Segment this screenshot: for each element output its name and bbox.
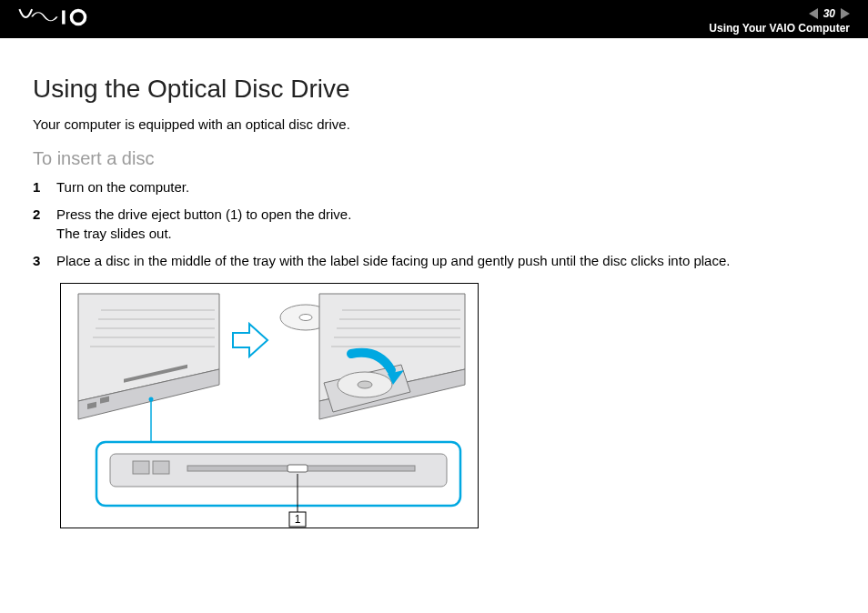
next-page-icon[interactable] bbox=[841, 8, 850, 19]
svg-rect-0 bbox=[62, 10, 65, 24]
subheading: To insert a disc bbox=[33, 148, 835, 169]
prev-page-icon[interactable] bbox=[809, 8, 818, 19]
callout-number: 1 bbox=[295, 513, 301, 526]
page-number: 30 bbox=[823, 7, 835, 20]
svg-rect-30 bbox=[133, 461, 149, 474]
step-number: 2 bbox=[33, 206, 56, 224]
intro-text: Your computer is equipped with an optica… bbox=[33, 116, 835, 132]
side-view-detail-icon bbox=[96, 442, 460, 506]
step-text: Turn on the computer. bbox=[56, 178, 835, 196]
steps-list: 1 Turn on the computer. 2 Press the driv… bbox=[33, 178, 835, 270]
section-title: Using Your VAIO Computer bbox=[709, 22, 850, 35]
svg-point-27 bbox=[149, 397, 154, 402]
step-item: 1 Turn on the computer. bbox=[33, 178, 835, 196]
step-number: 1 bbox=[33, 178, 56, 196]
step-item: 3 Place a disc in the middle of the tray… bbox=[33, 252, 835, 270]
step-number: 3 bbox=[33, 252, 56, 270]
instruction-figure: 1 bbox=[60, 283, 835, 532]
header-bar: 30 Using Your VAIO Computer bbox=[0, 0, 868, 38]
page-content: Using the Optical Disc Drive Your comput… bbox=[0, 38, 868, 550]
step-item: 2 Press the drive eject button (1) to op… bbox=[33, 206, 835, 243]
step-text: Press the drive eject button (1) to open… bbox=[56, 206, 835, 243]
step-text: Place a disc in the middle of the tray w… bbox=[56, 252, 835, 270]
svg-rect-33 bbox=[288, 465, 308, 472]
header-right: 30 Using Your VAIO Computer bbox=[709, 7, 850, 35]
svg-rect-31 bbox=[153, 461, 169, 474]
vaio-logo bbox=[18, 0, 118, 35]
svg-point-1 bbox=[71, 10, 85, 24]
svg-point-24 bbox=[358, 381, 372, 388]
page-navigation: 30 bbox=[809, 7, 850, 20]
svg-point-14 bbox=[299, 315, 312, 321]
page-title: Using the Optical Disc Drive bbox=[33, 75, 835, 104]
